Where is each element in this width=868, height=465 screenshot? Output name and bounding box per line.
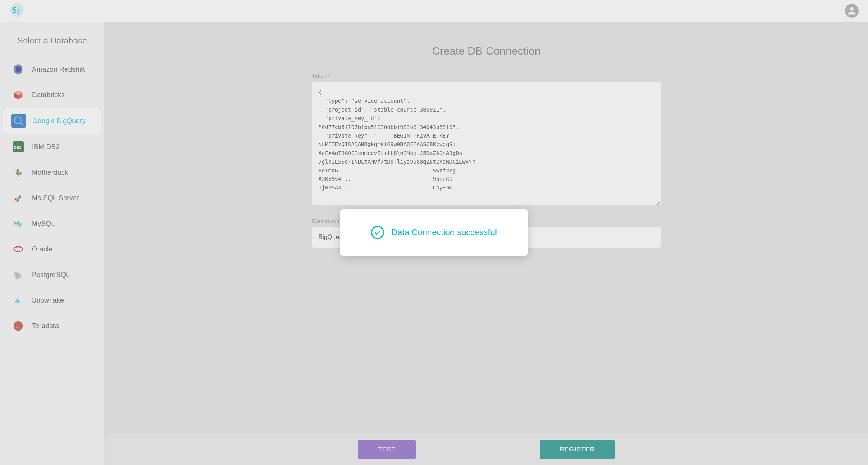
- toast: Data Connection successful: [340, 209, 528, 256]
- success-check-icon: [371, 226, 384, 239]
- toast-message: Data Connection successful: [391, 227, 497, 238]
- toast-overlay: Data Connection successful: [0, 0, 868, 465]
